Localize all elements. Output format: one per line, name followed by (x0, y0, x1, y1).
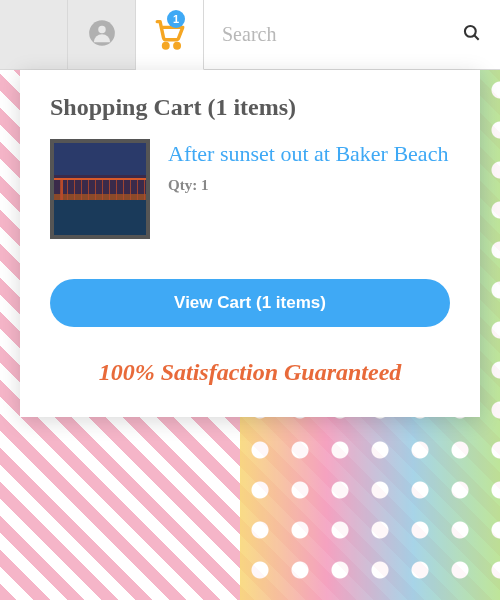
account-icon (88, 19, 116, 51)
top-bar: 1 (0, 0, 500, 70)
cart-button[interactable]: 1 (136, 0, 204, 70)
cart-item-thumbnail[interactable] (50, 139, 150, 239)
svg-line-5 (475, 36, 479, 40)
svg-point-4 (465, 26, 476, 37)
cart-dropdown: Shopping Cart (1 items) After sunset out… (20, 70, 480, 417)
view-cart-button[interactable]: View Cart (1 items) (50, 279, 450, 327)
satisfaction-guarantee: 100% Satisfaction Guaranteed (50, 357, 450, 387)
svg-point-2 (163, 43, 168, 48)
svg-point-3 (174, 43, 179, 48)
cart-dropdown-title: Shopping Cart (1 items) (50, 94, 450, 121)
topbar-spacer (0, 0, 68, 69)
cart-item-details: After sunset out at Baker Beach Qty: 1 (168, 139, 448, 239)
search-container (204, 0, 500, 69)
cart-badge: 1 (167, 10, 185, 28)
cart-item-qty: Qty: 1 (168, 177, 448, 194)
svg-point-1 (98, 25, 105, 32)
cart-item: After sunset out at Baker Beach Qty: 1 (50, 139, 450, 239)
account-button[interactable] (68, 0, 136, 69)
search-input[interactable] (222, 23, 462, 46)
cart-item-name[interactable]: After sunset out at Baker Beach (168, 139, 448, 169)
search-button[interactable] (462, 23, 482, 46)
search-icon (462, 31, 482, 46)
